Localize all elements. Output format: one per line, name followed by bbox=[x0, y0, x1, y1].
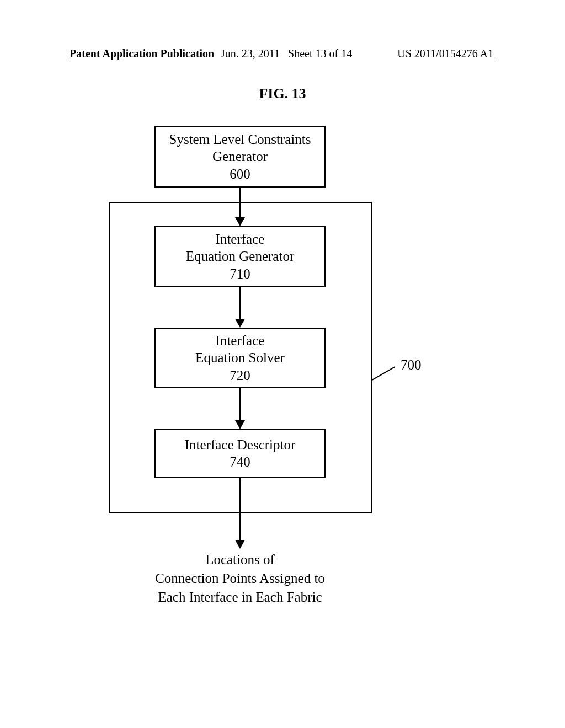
box720-num: 720 bbox=[230, 367, 250, 384]
output-line2: Connection Points Assigned to bbox=[130, 569, 350, 588]
output-text: Locations of Connection Points Assigned … bbox=[130, 550, 350, 606]
header-sheet: Sheet 13 of 14 bbox=[288, 47, 352, 60]
arrow-740-to-output-head bbox=[235, 540, 245, 549]
arrow-710-to-720-head bbox=[235, 319, 245, 328]
box600-line1: System Level Constraints bbox=[169, 131, 311, 148]
box600-line2: Generator bbox=[212, 148, 268, 165]
box-interface-equation-solver: Interface Equation Solver 720 bbox=[154, 328, 326, 388]
output-line3: Each Interface in Each Fabric bbox=[130, 588, 350, 607]
box-interface-descriptor: Interface Descriptor 740 bbox=[154, 429, 326, 478]
box710-num: 710 bbox=[230, 265, 250, 282]
box710-line2: Equation Generator bbox=[186, 248, 294, 265]
ref-label-700: 700 bbox=[401, 357, 422, 373]
page: Patent Application Publication Jun. 23, … bbox=[0, 0, 565, 728]
box-system-level-constraints-generator: System Level Constraints Generator 600 bbox=[154, 126, 326, 188]
header-date-sheet: Jun. 23, 2011 Sheet 13 of 14 bbox=[221, 47, 352, 60]
header-date: Jun. 23, 2011 bbox=[221, 47, 280, 60]
header-docnum: US 2011/0154276 A1 bbox=[397, 47, 493, 60]
box600-num: 600 bbox=[230, 165, 250, 183]
box740-line1: Interface Descriptor bbox=[185, 436, 296, 453]
figure-title: FIG. 13 bbox=[0, 85, 565, 102]
header-publication-type: Patent Application Publication bbox=[70, 47, 214, 60]
header-rule bbox=[70, 61, 495, 61]
leader-700 bbox=[372, 366, 396, 381]
arrow-720-to-740-line bbox=[239, 388, 241, 421]
box720-line1: Interface bbox=[216, 332, 265, 349]
box710-line1: Interface bbox=[216, 231, 265, 248]
box720-line2: Equation Solver bbox=[195, 349, 285, 366]
arrow-720-to-740-head bbox=[235, 420, 245, 429]
box-interface-equation-generator: Interface Equation Generator 710 bbox=[154, 226, 326, 287]
output-line1: Locations of bbox=[130, 550, 350, 569]
arrow-710-to-720-line bbox=[239, 287, 241, 320]
arrow-740-to-output-line bbox=[239, 478, 241, 541]
box740-num: 740 bbox=[230, 453, 250, 470]
